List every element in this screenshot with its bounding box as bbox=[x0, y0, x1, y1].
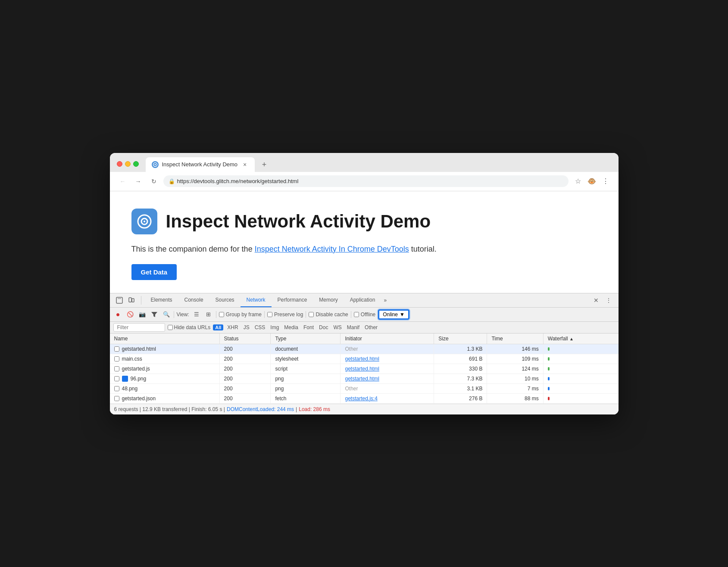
tab-close-button[interactable]: × bbox=[241, 161, 249, 168]
inspect-element-icon[interactable] bbox=[113, 294, 125, 306]
cell-waterfall-3 bbox=[543, 374, 618, 383]
initiator-link-1[interactable]: getstarted.html bbox=[345, 356, 379, 362]
col-header-initiator[interactable]: Initiator bbox=[341, 333, 434, 344]
record-button[interactable]: ● bbox=[113, 310, 123, 319]
waterfall-bar-3 bbox=[548, 377, 550, 380]
undock-devtools-button[interactable]: ⋮ bbox=[602, 295, 615, 305]
close-window-button[interactable] bbox=[117, 161, 122, 167]
filter-font[interactable]: Font bbox=[302, 324, 315, 331]
initiator-link-3[interactable]: getstarted.html bbox=[345, 376, 379, 382]
browser-window: Inspect Network Activity Demo × + ← → ↻ … bbox=[110, 153, 619, 414]
tab-network[interactable]: Network bbox=[241, 293, 272, 307]
search-button[interactable]: 🔍 bbox=[162, 310, 171, 319]
tab-sources[interactable]: Sources bbox=[209, 293, 241, 307]
back-button[interactable]: ← bbox=[117, 175, 129, 187]
devtools-link[interactable]: Inspect Network Activity In Chrome DevTo… bbox=[255, 245, 409, 253]
filter-other[interactable]: Other bbox=[363, 324, 379, 331]
group-by-frame-checkbox[interactable] bbox=[219, 312, 224, 317]
status-separator: | bbox=[296, 406, 297, 412]
cell-size-5: 276 B bbox=[434, 393, 487, 403]
close-devtools-button[interactable]: ✕ bbox=[590, 295, 602, 305]
table-row[interactable]: 96.png200pnggetstarted.html7.3 KB10 ms bbox=[110, 374, 619, 383]
col-header-waterfall[interactable]: Waterfall ▲ bbox=[543, 333, 618, 344]
cell-waterfall-0 bbox=[543, 344, 618, 354]
address-input[interactable]: https://devtools.glitch.me/network/getst… bbox=[163, 175, 569, 187]
new-tab-button[interactable]: + bbox=[258, 159, 270, 171]
file-name-3: 96.png bbox=[131, 376, 147, 382]
offline-text: Offline bbox=[361, 312, 375, 318]
online-dropdown[interactable]: Online ▼ bbox=[378, 309, 409, 320]
tab-console[interactable]: Console bbox=[178, 293, 209, 307]
all-filter-badge[interactable]: All bbox=[213, 324, 223, 330]
filter-css[interactable]: CSS bbox=[253, 324, 267, 331]
minimize-window-button[interactable] bbox=[125, 161, 131, 167]
active-tab[interactable]: Inspect Network Activity Demo × bbox=[146, 157, 255, 172]
reload-button[interactable]: ↻ bbox=[148, 175, 160, 187]
menu-button[interactable]: ⋮ bbox=[600, 175, 612, 187]
col-header-name[interactable]: Name bbox=[110, 333, 220, 344]
initiator-link-2[interactable]: getstarted.html bbox=[345, 366, 379, 372]
filter-manifest[interactable]: Manif bbox=[346, 324, 361, 331]
cell-waterfall-4 bbox=[543, 383, 618, 393]
row-checkbox-4[interactable] bbox=[114, 386, 119, 391]
forward-button[interactable]: → bbox=[132, 175, 144, 187]
cell-time-5: 88 ms bbox=[487, 393, 543, 403]
col-header-status[interactable]: Status bbox=[219, 333, 271, 344]
preserve-log-checkbox[interactable] bbox=[267, 312, 272, 317]
tab-application[interactable]: Application bbox=[344, 293, 381, 307]
cell-status-0: 200 bbox=[219, 344, 271, 354]
svg-point-4 bbox=[144, 221, 145, 222]
table-row[interactable]: main.css200stylesheetgetstarted.html691 … bbox=[110, 354, 619, 364]
more-tabs-button[interactable]: » bbox=[381, 294, 389, 307]
device-toolbar-icon[interactable] bbox=[125, 294, 137, 306]
svg-rect-5 bbox=[116, 297, 122, 303]
filter-doc[interactable]: Doc bbox=[318, 324, 329, 331]
hide-data-urls-checkbox[interactable] bbox=[168, 325, 173, 330]
offline-checkbox[interactable] bbox=[354, 312, 359, 317]
file-icon-3 bbox=[122, 376, 128, 382]
screenshot-button[interactable]: 📷 bbox=[137, 310, 147, 319]
profile-button[interactable]: 🐵 bbox=[586, 175, 598, 187]
maximize-window-button[interactable] bbox=[133, 161, 139, 167]
filter-js[interactable]: JS bbox=[242, 324, 251, 331]
row-checkbox-0[interactable] bbox=[114, 346, 119, 352]
tab-memory[interactable]: Memory bbox=[313, 293, 344, 307]
row-checkbox-5[interactable] bbox=[114, 396, 119, 401]
tab-title: Inspect Network Activity Demo bbox=[162, 161, 238, 168]
row-checkbox-2[interactable] bbox=[114, 366, 119, 371]
initiator-link-5[interactable]: getstarted.js:4 bbox=[345, 396, 377, 402]
cell-size-1: 691 B bbox=[434, 354, 487, 364]
table-row[interactable]: getstarted.json200fetchgetstarted.js:427… bbox=[110, 393, 619, 403]
address-bar: ← → ↻ 🔒 https://devtools.glitch.me/netwo… bbox=[110, 172, 619, 191]
filter-ws[interactable]: WS bbox=[332, 324, 343, 331]
row-checkbox-3[interactable] bbox=[114, 376, 119, 381]
tab-elements[interactable]: Elements bbox=[145, 293, 178, 307]
filter-input[interactable] bbox=[113, 323, 165, 332]
group-by-frame-label[interactable]: Group by frame bbox=[219, 312, 262, 318]
col-header-type[interactable]: Type bbox=[271, 333, 341, 344]
clear-button[interactable]: 🚫 bbox=[125, 310, 135, 319]
cell-type-0: document bbox=[271, 344, 341, 354]
filter-img[interactable]: Img bbox=[269, 324, 280, 331]
filter-xhr[interactable]: XHR bbox=[226, 324, 239, 331]
table-row[interactable]: getstarted.html200documentOther1.3 KB146… bbox=[110, 344, 619, 354]
cell-type-1: stylesheet bbox=[271, 354, 341, 364]
table-row[interactable]: 48.png200pngOther3.1 KB7 ms bbox=[110, 383, 619, 393]
col-header-time[interactable]: Time bbox=[487, 333, 543, 344]
row-checkbox-1[interactable] bbox=[114, 356, 119, 361]
hide-data-urls-label[interactable]: Hide data URLs bbox=[168, 324, 211, 330]
get-data-button[interactable]: Get Data bbox=[131, 264, 177, 280]
disable-cache-label[interactable]: Disable cache bbox=[309, 312, 348, 318]
detail-view-button[interactable]: ⊞ bbox=[204, 310, 213, 319]
list-view-button[interactable]: ☰ bbox=[192, 310, 201, 319]
disable-cache-checkbox[interactable] bbox=[309, 312, 314, 317]
bookmark-button[interactable]: ☆ bbox=[572, 175, 584, 187]
col-header-size[interactable]: Size bbox=[434, 333, 487, 344]
tab-performance[interactable]: Performance bbox=[272, 293, 313, 307]
preserve-log-label[interactable]: Preserve log bbox=[267, 312, 303, 318]
table-row[interactable]: getstarted.js200scriptgetstarted.html330… bbox=[110, 364, 619, 374]
filter-button[interactable] bbox=[150, 310, 159, 319]
filter-media[interactable]: Media bbox=[283, 324, 300, 331]
network-toolbar: ● 🚫 📷 🔍 View: ☰ ⊞ Group by frame Preserv… bbox=[110, 308, 619, 322]
offline-label[interactable]: Offline bbox=[354, 312, 375, 318]
